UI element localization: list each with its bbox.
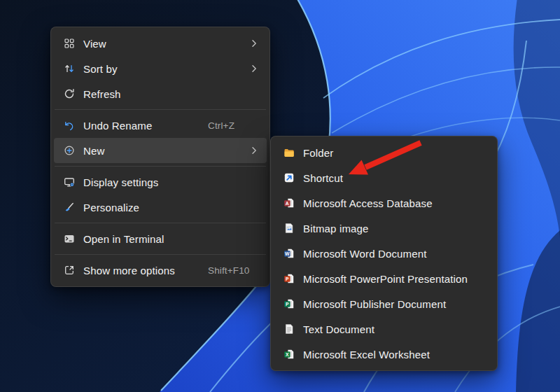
menu-item-label: Text Document [303,323,374,335]
menu-separator [55,223,266,223]
folder-icon [284,147,295,158]
chevron-right-icon [248,63,260,74]
chevron-right-icon [248,38,260,49]
new-submenu: FolderShortcutAMicrosoft Access Database… [270,136,498,371]
menu-item-label: Bitmap image [303,223,369,234]
menu-item-microsoft-word-document[interactable]: WMicrosoft Word Document [274,241,494,266]
menu-item-sort-by[interactable]: Sort by [54,56,267,81]
menu-item-bitmap-image[interactable]: Bitmap image [274,216,494,241]
shortcut-icon [284,172,295,183]
text-icon [284,323,295,335]
menu-item-label: Microsoft PowerPoint Presentation [303,273,468,285]
menu-item-personalize[interactable]: Personalize [54,195,267,220]
menu-item-label: Microsoft Word Document [303,248,427,260]
menu-item-label: Open in Terminal [83,233,164,245]
svg-text:A: A [286,201,289,206]
menu-item-label: Microsoft Access Database [303,197,433,209]
bitmap-icon [284,223,295,234]
menu-item-microsoft-publisher-document[interactable]: PMicrosoft Publisher Document [274,291,494,316]
desktop-context-menu: ViewSort byRefreshUndo RenameCtrl+ZNewDi… [50,27,270,287]
powerpoint-icon: P [284,273,295,284]
menu-item-label: Microsoft Publisher Document [303,298,446,310]
menu-item-open-in-terminal[interactable]: Open in Terminal [54,226,267,251]
menu-item-microsoft-excel-worksheet[interactable]: XMicrosoft Excel Worksheet [274,342,494,367]
menu-item-new[interactable]: New [54,138,267,163]
menu-separator [55,254,266,255]
excel-icon: X [284,349,295,360]
menu-item-folder[interactable]: Folder [274,140,494,165]
menu-item-refresh[interactable]: Refresh [54,81,267,106]
menu-item-label: Show more options [83,265,175,276]
menu-item-label: View [83,38,106,50]
menu-separator [55,109,266,110]
menu-item-microsoft-powerpoint-presentation[interactable]: PMicrosoft PowerPoint Presentation [274,266,494,291]
menu-item-label: Personalize [83,202,139,214]
svg-text:P: P [286,302,289,307]
menu-separator [55,166,266,167]
svg-text:P: P [286,276,289,281]
grid-icon [64,38,75,49]
menu-item-undo-rename[interactable]: Undo RenameCtrl+Z [54,113,267,138]
access-icon: A [284,197,295,209]
new-plus-icon [64,145,75,156]
undo-icon [64,120,75,131]
keyboard-shortcut: Ctrl+Z [208,120,260,131]
menu-item-display-settings[interactable]: Display settings [54,169,267,195]
terminal-icon [64,233,75,244]
menu-item-text-document[interactable]: Text Document [274,316,494,342]
menu-item-label: Undo Rename [83,120,152,132]
svg-text:W: W [285,251,290,256]
menu-item-label: Display settings [83,176,158,188]
menu-item-microsoft-access-database[interactable]: AMicrosoft Access Database [274,190,494,216]
menu-item-label: New [83,145,104,157]
menu-item-label: Shortcut [303,172,343,184]
menu-item-label: Microsoft Excel Worksheet [303,349,430,360]
refresh-icon [64,88,75,99]
keyboard-shortcut: Shift+F10 [208,265,260,276]
show-more-icon [64,265,75,276]
menu-item-shortcut[interactable]: Shortcut [274,165,494,190]
word-icon: W [284,248,295,259]
display-settings-icon [64,176,75,188]
svg-text:X: X [286,352,289,357]
menu-item-label: Refresh [83,88,121,100]
menu-item-show-more-options[interactable]: Show more optionsShift+F10 [54,258,267,283]
menu-item-label: Folder [303,147,333,159]
menu-item-label: Sort by [83,63,118,75]
personalize-icon [64,202,75,213]
sort-icon [64,63,75,74]
publisher-icon: P [284,298,295,309]
chevron-right-icon [248,145,260,156]
menu-item-view[interactable]: View [54,31,267,56]
